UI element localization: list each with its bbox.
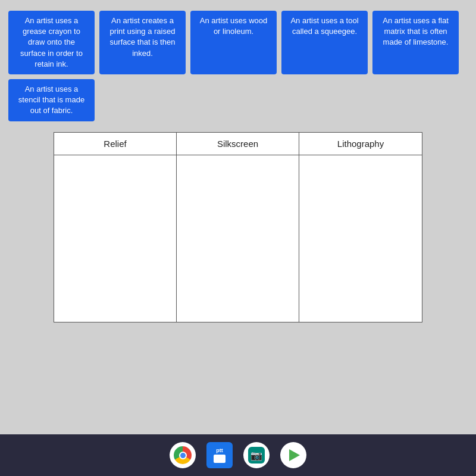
card-1[interactable]: An artist uses a grease crayon to draw o… [8, 11, 95, 74]
sorting-table: ReliefSilkscreenLithography [54, 132, 422, 322]
card-6[interactable]: An artist uses a stencil that is made ou… [8, 79, 95, 121]
table-cell-lithography[interactable] [299, 155, 422, 322]
main-screen: An artist uses a grease crayon to draw o… [0, 0, 476, 434]
table-header-relief: Relief [54, 133, 177, 155]
table-cell-relief[interactable] [54, 155, 177, 322]
taskbar: ptt 📷 [0, 434, 476, 476]
cards-container: An artist uses a grease crayon to draw o… [8, 11, 468, 121]
play-store-icon[interactable] [280, 442, 306, 468]
card-5[interactable]: An artist uses a flat matrix that is oft… [372, 11, 459, 74]
card-2[interactable]: An artist creates a print using a raised… [99, 11, 186, 74]
meet-icon[interactable]: 📷 [243, 442, 270, 468]
table-cell-silkscreen[interactable] [177, 155, 299, 322]
card-4[interactable]: An artist uses a tool called a squeegee. [281, 11, 368, 74]
slides-icon[interactable]: ptt [206, 442, 233, 468]
table-header-lithography: Lithography [299, 133, 422, 155]
table-header-silkscreen: Silkscreen [177, 133, 299, 155]
chrome-icon[interactable] [170, 442, 196, 468]
table-body [54, 155, 422, 322]
table-header-row: ReliefSilkscreenLithography [54, 133, 422, 155]
card-3[interactable]: An artist uses wood or linoleum. [190, 11, 277, 74]
